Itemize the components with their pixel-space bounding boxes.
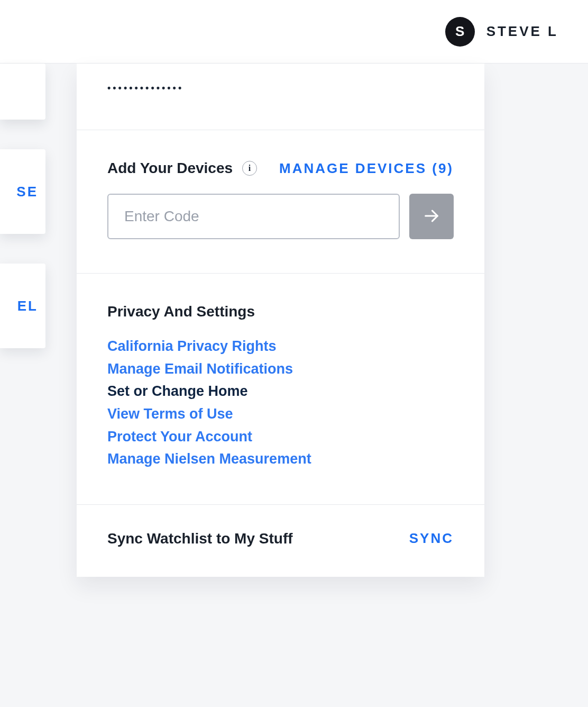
avatar-initial: S [455, 23, 464, 40]
arrow-right-icon [422, 207, 440, 226]
privacy-link-california[interactable]: California Privacy Rights [107, 335, 454, 358]
manage-devices-link[interactable]: MANAGE DEVICES (9) [279, 160, 454, 177]
password-masked: •••••••••••••• [107, 83, 454, 94]
privacy-section: Privacy And Settings California Privacy … [77, 273, 484, 504]
info-icon[interactable]: i [242, 161, 257, 176]
privacy-link-protect[interactable]: Protect Your Account [107, 425, 454, 448]
privacy-title-text: Privacy And Settings [107, 303, 255, 320]
privacy-link-terms[interactable]: View Terms of Use [107, 403, 454, 425]
sync-section: Sync Watchlist to My Stuff SYNC [77, 504, 484, 577]
devices-title-text: Add Your Devices [107, 160, 233, 177]
sync-title: Sync Watchlist to My Stuff [107, 530, 293, 547]
left-link-fragment[interactable]: EL [17, 298, 38, 314]
left-peek-card-3: EL [0, 264, 45, 348]
left-peek-card-2: SE [0, 149, 45, 234]
app-header: S STEVE L [0, 0, 588, 64]
privacy-title: Privacy And Settings [107, 303, 454, 320]
left-link-fragment[interactable]: SE [16, 184, 38, 200]
submit-code-button[interactable] [409, 194, 454, 239]
password-section: •••••••••••••• [77, 64, 484, 130]
privacy-link-nielsen[interactable]: Manage Nielsen Measurement [107, 448, 454, 470]
privacy-link-email[interactable]: Manage Email Notifications [107, 358, 454, 380]
avatar[interactable]: S [445, 17, 475, 47]
username-label[interactable]: STEVE L [486, 23, 558, 40]
device-code-input[interactable] [107, 194, 400, 239]
account-card: •••••••••••••• Add Your Devices i MANAGE… [77, 64, 484, 577]
privacy-links: California Privacy Rights Manage Email N… [107, 335, 454, 470]
privacy-link-home[interactable]: Set or Change Home [107, 380, 454, 403]
left-peek-card-1 [0, 64, 45, 120]
devices-title: Add Your Devices i [107, 160, 257, 177]
sync-button[interactable]: SYNC [409, 530, 454, 547]
devices-section: Add Your Devices i MANAGE DEVICES (9) [77, 130, 484, 273]
